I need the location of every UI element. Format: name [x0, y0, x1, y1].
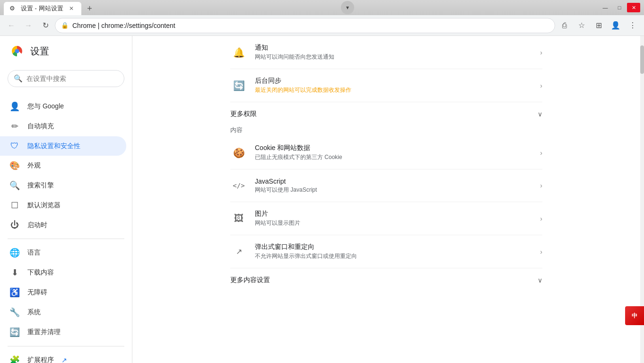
cookies-icon: 🍪 — [230, 144, 247, 161]
url-display: Chrome | chrome://settings/content — [72, 22, 549, 29]
javascript-icon: </> — [230, 177, 247, 194]
content-section-label: 内容 — [230, 120, 542, 136]
system-icon: 🔧 — [9, 307, 20, 318]
cookies-item[interactable]: 🍪 Cookie 和网站数据 已阻止无痕模式下的第三方 Cookie › — [230, 136, 542, 169]
maximize-button[interactable]: □ — [613, 3, 626, 12]
images-icon: 🖼 — [230, 210, 247, 227]
javascript-title: JavaScript — [255, 177, 532, 185]
address-input[interactable]: 🔒 Chrome | chrome://settings/content — [55, 18, 555, 33]
more-content-header[interactable]: 更多内容设置 ∨ — [230, 268, 542, 286]
screenshot-button[interactable]: ⎙ — [557, 18, 572, 33]
javascript-item[interactable]: </> JavaScript 网站可以使用 JavaScript › — [230, 169, 542, 202]
profile-button[interactable]: 👤 — [608, 18, 623, 33]
sidebar-item-privacy[interactable]: 🛡 隐私设置和安全性 — [0, 136, 126, 156]
popups-icon: ↗ — [230, 243, 247, 260]
sidebar-item-accessibility[interactable]: ♿ 无障碍 — [0, 283, 126, 302]
sidebar-item-downloads[interactable]: ⬇ 下载内容 — [0, 263, 126, 283]
sidebar-label-language: 语言 — [27, 248, 41, 257]
nav-divider-2 — [8, 346, 124, 346]
background-sync-arrow: › — [540, 82, 542, 89]
active-tab[interactable]: ⚙ 设置 - 网站设置 ✕ — [4, 2, 81, 15]
sidebar-item-system[interactable]: 🔧 系统 — [0, 302, 126, 322]
tab-close-button[interactable]: ✕ — [67, 4, 76, 13]
sidebar-label-browser: 默认浏览器 — [27, 201, 61, 210]
javascript-subtitle: 网站可以使用 JavaScript — [255, 186, 532, 194]
sidebar-header: 设置 — [0, 36, 132, 66]
notifications-icon: 🔔 — [230, 44, 247, 61]
input-method-badge: 中 — [625, 306, 644, 325]
images-item[interactable]: 🖼 图片 网站可以显示图片 › — [230, 202, 542, 235]
background-sync-icon: 🔄 — [230, 77, 247, 94]
close-button[interactable]: ✕ — [627, 3, 640, 12]
title-bar-left: ⚙ 设置 - 网站设置 ✕ + — [4, 0, 96, 15]
sidebar-label-accessibility: 无障碍 — [27, 288, 47, 297]
cookies-title: Cookie 和网站数据 — [255, 144, 532, 152]
popups-subtitle: 不允许网站显示弹出式窗口或使用重定向 — [255, 252, 532, 260]
images-arrow: › — [540, 215, 542, 222]
popups-item[interactable]: ↗ 弹出式窗口和重定向 不允许网站显示弹出式窗口或使用重定向 › — [230, 235, 542, 268]
appearance-icon: 🎨 — [9, 160, 20, 171]
cookies-subtitle: 已阻止无痕模式下的第三方 Cookie — [255, 153, 532, 161]
search-box[interactable]: 🔍 — [8, 70, 124, 87]
sidebar-item-reset[interactable]: 🔄 重置并清理 — [0, 322, 126, 342]
autofill-icon: ✏ — [9, 121, 20, 132]
scrollbar-thumb[interactable] — [640, 45, 644, 74]
svg-point-2 — [15, 49, 19, 53]
content-area: 🔔 通知 网站可以询问能否向您发送通知 › 🔄 后台同步 最近关闭的网站可以完成… — [132, 36, 640, 363]
tab-title: 设置 - 网站设置 — [21, 4, 63, 13]
search-icon: 🔍 — [14, 74, 23, 83]
tabs-dropdown-button[interactable]: ▾ — [341, 1, 354, 14]
sidebar-label-privacy: 隐私设置和安全性 — [27, 142, 80, 151]
reset-icon: 🔄 — [9, 327, 20, 337]
sidebar-item-google[interactable]: 👤 您与 Google — [0, 97, 126, 116]
back-button[interactable]: ← — [4, 18, 19, 33]
more-permissions-header[interactable]: 更多权限 ∨ — [230, 102, 542, 120]
extensions-button[interactable]: ⊞ — [591, 18, 606, 33]
sidebar-label-autofill: 自动填充 — [27, 122, 54, 131]
sidebar-item-language[interactable]: 🌐 语言 — [0, 243, 126, 263]
sidebar-label-system: 系统 — [27, 308, 41, 317]
url-path: chrome://settings/content — [101, 22, 175, 29]
more-content-chevron: ∨ — [538, 276, 542, 284]
javascript-text: JavaScript 网站可以使用 JavaScript — [255, 177, 532, 194]
startup-icon: ⏻ — [9, 220, 20, 230]
external-link-icon: ↗ — [61, 356, 67, 363]
search-engine-icon: 🔍 — [9, 180, 20, 191]
person-icon: 👤 — [9, 101, 20, 112]
extensions-icon: 🧩 — [9, 355, 20, 363]
nav-divider-1 — [8, 239, 124, 239]
browser-icon: ☐ — [9, 200, 20, 211]
background-sync-item[interactable]: 🔄 后台同步 最近关闭的网站可以完成数据收发操作 › — [230, 69, 542, 102]
sidebar-item-startup[interactable]: ⏻ 启动时 — [0, 215, 126, 235]
new-tab-button[interactable]: + — [83, 2, 96, 15]
notifications-item[interactable]: 🔔 通知 网站可以询问能否向您发送通知 › — [230, 36, 542, 69]
forward-button[interactable]: → — [21, 18, 36, 33]
sidebar-item-search[interactable]: 🔍 搜索引擎 — [0, 176, 126, 195]
background-sync-text: 后台同步 最近关闭的网站可以完成数据收发操作 — [255, 77, 532, 94]
bookmark-button[interactable]: ☆ — [574, 18, 589, 33]
cookies-arrow: › — [540, 149, 542, 157]
sidebar-item-appearance[interactable]: 🎨 外观 — [0, 156, 126, 176]
more-permissions-chevron: ∨ — [538, 110, 542, 118]
sidebar-item-browser[interactable]: ☐ 默认浏览器 — [0, 195, 126, 215]
cookies-text: Cookie 和网站数据 已阻止无痕模式下的第三方 Cookie — [255, 144, 532, 161]
popups-arrow: › — [540, 248, 542, 256]
sidebar-label-extensions: 扩展程序 — [27, 356, 54, 363]
more-permissions-label: 更多权限 — [230, 110, 257, 118]
tab-area: ⚙ 设置 - 网站设置 ✕ + — [4, 0, 96, 15]
sidebar-label-search: 搜索引擎 — [27, 181, 54, 190]
sidebar-item-autofill[interactable]: ✏ 自动填充 — [0, 116, 126, 136]
lock-icon: 🔒 — [61, 22, 69, 29]
notifications-arrow: › — [540, 49, 542, 56]
menu-button[interactable]: ⋮ — [625, 18, 640, 33]
sidebar-label-appearance: 外观 — [27, 161, 41, 170]
minimize-button[interactable]: — — [599, 3, 612, 12]
notifications-subtitle: 网站可以询问能否向您发送通知 — [255, 53, 532, 61]
more-content-label: 更多内容设置 — [230, 276, 270, 284]
reload-button[interactable]: ↻ — [38, 18, 53, 33]
sidebar-item-extensions[interactable]: 🧩 扩展程序 ↗ — [0, 350, 132, 363]
window-controls: — □ ✕ — [599, 3, 640, 12]
sidebar-label-startup: 启动时 — [27, 221, 47, 230]
search-input[interactable] — [26, 75, 118, 82]
shield-icon: 🛡 — [9, 141, 20, 151]
